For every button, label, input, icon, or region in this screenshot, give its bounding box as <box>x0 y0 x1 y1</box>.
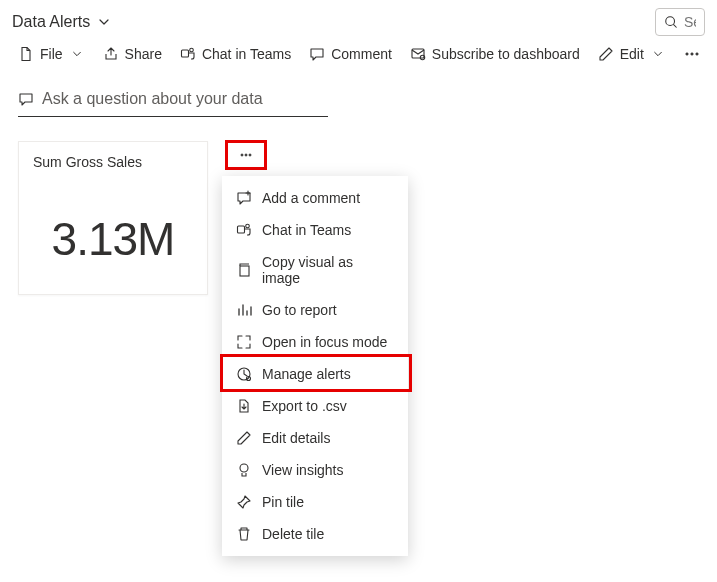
subscribe-button[interactable]: Subscribe to dashboard <box>410 46 580 62</box>
dashboard-tile[interactable]: Sum Gross Sales 3.13M <box>18 141 208 295</box>
search-icon <box>664 14 678 30</box>
svg-point-8 <box>241 154 243 156</box>
svg-point-7 <box>696 53 698 55</box>
svg-point-10 <box>249 154 251 156</box>
alert-icon <box>236 366 252 382</box>
file-button[interactable]: File <box>18 46 85 62</box>
menu-delete-tile[interactable]: Delete tile <box>222 518 408 550</box>
chevron-down-icon <box>69 46 85 62</box>
menu-copy-visual[interactable]: Copy visual as image <box>222 246 408 294</box>
ask-placeholder: Ask a question about your data <box>42 90 263 108</box>
more-icon <box>684 46 700 62</box>
comment-icon <box>18 91 34 107</box>
file-icon <box>18 46 34 62</box>
breadcrumb[interactable]: Data Alerts <box>12 13 112 31</box>
tile-value: 3.13M <box>33 212 193 266</box>
focus-icon <box>236 334 252 350</box>
chevron-down-icon <box>650 46 666 62</box>
chat-teams-button[interactable]: Chat in Teams <box>180 46 291 62</box>
menu-label: Pin tile <box>262 494 304 510</box>
comment-icon <box>309 46 325 62</box>
comment-add-icon <box>236 190 252 206</box>
menu-label: Go to report <box>262 302 337 318</box>
report-icon <box>236 302 252 318</box>
menu-label: Export to .csv <box>262 398 347 414</box>
chat-teams-label: Chat in Teams <box>202 46 291 62</box>
svg-point-12 <box>246 224 250 228</box>
svg-rect-1 <box>181 50 188 57</box>
menu-focus-mode[interactable]: Open in focus mode <box>222 326 408 358</box>
menu-label: Add a comment <box>262 190 360 206</box>
svg-point-16 <box>240 464 248 472</box>
menu-edit-details[interactable]: Edit details <box>222 422 408 454</box>
menu-label: View insights <box>262 462 343 478</box>
svg-point-5 <box>686 53 688 55</box>
comment-button[interactable]: Comment <box>309 46 392 62</box>
command-bar: File Share Chat in Teams Comment Subscri… <box>0 40 717 72</box>
share-label: Share <box>125 46 162 62</box>
edit-label: Edit <box>620 46 644 62</box>
export-icon <box>236 398 252 414</box>
menu-pin-tile[interactable]: Pin tile <box>222 486 408 518</box>
tile-title: Sum Gross Sales <box>33 154 193 170</box>
subscribe-icon <box>410 46 426 62</box>
pin-icon <box>236 494 252 510</box>
share-icon <box>103 46 119 62</box>
menu-view-insights[interactable]: View insights <box>222 454 408 486</box>
teams-icon <box>236 222 252 238</box>
insights-icon <box>236 462 252 478</box>
menu-label: Delete tile <box>262 526 324 542</box>
svg-point-2 <box>190 48 194 52</box>
menu-label: Manage alerts <box>262 366 351 382</box>
svg-point-6 <box>691 53 693 55</box>
menu-label: Copy visual as image <box>262 254 394 286</box>
tile-context-menu: Add a comment Chat in Teams Copy visual … <box>222 176 408 556</box>
more-icon <box>238 147 254 163</box>
edit-icon <box>236 430 252 446</box>
svg-rect-13 <box>240 266 249 276</box>
copy-icon <box>236 262 252 278</box>
menu-manage-alerts[interactable]: Manage alerts <box>222 358 408 390</box>
tile-more-button[interactable] <box>225 140 267 170</box>
top-bar: Data Alerts <box>0 0 717 40</box>
comment-label: Comment <box>331 46 392 62</box>
share-button[interactable]: Share <box>103 46 162 62</box>
delete-icon <box>236 526 252 542</box>
edit-button[interactable]: Edit <box>598 46 666 62</box>
menu-add-comment[interactable]: Add a comment <box>222 182 408 214</box>
search-box[interactable] <box>655 8 705 36</box>
file-label: File <box>40 46 63 62</box>
subscribe-label: Subscribe to dashboard <box>432 46 580 62</box>
ask-question-input[interactable]: Ask a question about your data <box>18 84 328 117</box>
svg-rect-11 <box>238 226 245 233</box>
search-input[interactable] <box>684 14 696 30</box>
svg-point-0 <box>666 17 675 26</box>
menu-label: Open in focus mode <box>262 334 387 350</box>
chevron-down-icon <box>96 14 112 30</box>
menu-chat-teams[interactable]: Chat in Teams <box>222 214 408 246</box>
more-toolbar-button[interactable] <box>684 46 700 62</box>
menu-export-csv[interactable]: Export to .csv <box>222 390 408 422</box>
menu-label: Chat in Teams <box>262 222 351 238</box>
svg-point-9 <box>245 154 247 156</box>
edit-icon <box>598 46 614 62</box>
breadcrumb-title: Data Alerts <box>12 13 90 31</box>
teams-icon <box>180 46 196 62</box>
menu-label: Edit details <box>262 430 330 446</box>
menu-go-report[interactable]: Go to report <box>222 294 408 326</box>
